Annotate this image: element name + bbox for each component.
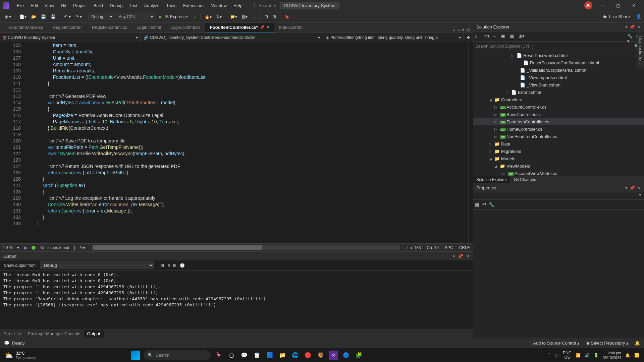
battery-icon[interactable]: 🔋 xyxy=(594,353,599,358)
se-back-icon[interactable]: ← xyxy=(492,34,498,40)
taskbar-explorer[interactable]: 📁 xyxy=(278,351,287,360)
tree-item[interactable]: ▷C#AccountController.cs xyxy=(473,103,644,111)
line-ending[interactable]: CRLF xyxy=(459,245,470,250)
save-all-button[interactable]: 💾 xyxy=(49,13,58,20)
nav-project[interactable]: ▧CDSWD Inventory System▾ xyxy=(0,33,141,42)
issues-label[interactable]: No issues found xyxy=(40,245,69,250)
se-dropdown-icon[interactable]: ▾ xyxy=(625,24,628,29)
prop-close-icon[interactable]: ✕ xyxy=(637,185,641,190)
menu-edit[interactable]: Edit xyxy=(27,3,41,8)
tray-chevron-icon[interactable]: ˄ xyxy=(549,353,551,358)
caret-line[interactable]: Ln: 133 xyxy=(408,245,421,250)
tag-button[interactable]: … xyxy=(250,13,258,20)
notification-center-icon[interactable]: 🔔 xyxy=(625,353,630,358)
indent-mode[interactable]: SPC xyxy=(445,245,453,250)
zoom-level[interactable]: 90 % xyxy=(3,245,12,250)
se-pin-icon[interactable]: 📌 xyxy=(630,24,635,29)
chat-icon[interactable]: 💬 xyxy=(4,341,9,346)
output-timestamp-button[interactable]: 🕐 xyxy=(180,263,185,268)
hot-reload-button[interactable]: 🔥▾ xyxy=(203,13,214,20)
se-view-icon[interactable]: ⊞▾ xyxy=(519,34,525,40)
se-collapse-icon[interactable]: ▣ xyxy=(501,34,507,40)
bottom-tab-package-manager-console[interactable]: Package Manager Console xyxy=(24,330,84,338)
output-filter-button[interactable]: ⊞ xyxy=(173,263,176,268)
se-sync-icon[interactable]: ⟲▾ xyxy=(484,34,490,40)
tab-overflow-button[interactable]: « xyxy=(453,27,455,33)
bookmark-button[interactable]: 🔖 xyxy=(282,13,291,20)
tree-item[interactable]: ◢📁Models xyxy=(473,155,644,162)
menu-window[interactable]: Window xyxy=(208,3,230,8)
minimize-button[interactable]: ─ xyxy=(595,0,610,11)
close-button[interactable]: ✕ xyxy=(626,0,641,11)
se-tab-git-changes[interactable]: Git Changes xyxy=(510,176,539,183)
menu-file[interactable]: File xyxy=(13,3,27,8)
nav-back-button[interactable]: ◉ ▾ xyxy=(3,13,13,20)
prop-pages-icon[interactable]: 🔧 xyxy=(489,202,494,207)
solution-name[interactable]: CDSWD Inventory System xyxy=(280,2,339,9)
bottom-tab-error-list[interactable]: Error List xyxy=(0,330,24,338)
taskbar-app-4[interactable]: 📋 xyxy=(252,351,262,360)
clock[interactable]: 2:08 pm03/13/2024 xyxy=(603,351,621,360)
taskbar-app-5[interactable]: 🟦 xyxy=(265,351,274,360)
se-close-icon[interactable]: ✕ xyxy=(637,24,641,29)
tab-menu-button[interactable]: ▾ xyxy=(462,27,464,33)
doc-tab[interactable]: FoodItemModel.cs xyxy=(3,23,48,33)
se-properties-icon[interactable]: 🔧▾ xyxy=(627,34,633,40)
menu-build[interactable]: Build xyxy=(90,3,106,8)
menu-analyze[interactable]: Analyze xyxy=(141,3,163,8)
redo-button[interactable]: ↷ ▾ xyxy=(73,13,84,20)
weather-widget[interactable]: ⛅ 32°C Partly sunny xyxy=(5,351,36,360)
open-button[interactable]: 📂 xyxy=(29,13,38,20)
tab-scroll-button[interactable]: » xyxy=(458,27,460,33)
se-tab-solution-explorer[interactable]: Solution Explorer xyxy=(473,176,510,183)
notifications-icon[interactable]: 🔔 xyxy=(635,341,640,346)
se-search[interactable]: Search Solution Explorer (Ctrl+;) 🔍▾ xyxy=(473,42,644,51)
config-dropdown[interactable]: Debug▾ xyxy=(88,13,115,20)
output-source-dropdown[interactable]: Debug xyxy=(40,261,154,269)
maximize-button[interactable]: ▢ xyxy=(610,0,626,11)
undo-button[interactable]: ↶ ▾ xyxy=(62,13,72,20)
hscroll-track[interactable] xyxy=(93,245,400,250)
nav-split-button[interactable]: ✚ xyxy=(464,33,473,42)
doc-tab[interactable]: Index.cshtml xyxy=(274,23,308,33)
menu-view[interactable]: View xyxy=(41,3,57,8)
live-share-button[interactable]: Live Share 👤 xyxy=(602,14,641,19)
taskbar-app-x[interactable]: 🧩 xyxy=(354,351,364,360)
output-text[interactable]: The thread 0x4 has exited with code 0 (0… xyxy=(0,270,473,329)
tree-item[interactable]: ▷C#FoodItemController.cs xyxy=(473,118,644,125)
solution-tree[interactable]: ▷📄ResetPassword.cshtml📄ResetPasswordConf… xyxy=(473,51,644,176)
doc-tab[interactable]: Register.cshtml.cs xyxy=(87,23,132,33)
panel-close-icon[interactable]: ✕ xyxy=(466,254,470,259)
tree-item[interactable]: ▷📁Data xyxy=(473,140,644,147)
panel-dropdown-icon[interactable]: ▾ xyxy=(453,254,455,259)
run-noattach-button[interactable]: ▷ xyxy=(191,14,198,19)
clear-output-button[interactable]: ⊟ xyxy=(161,263,164,268)
doc-tab[interactable]: FoodItemController.cs*📌✕ xyxy=(205,23,274,33)
menu-extensions[interactable]: Extensions xyxy=(180,3,208,8)
user-avatar[interactable]: JN xyxy=(584,1,592,9)
taskbar-search[interactable]: 🔍 Search xyxy=(144,350,211,360)
new-item-button[interactable]: 📄▾ xyxy=(17,13,29,20)
prop-dropdown-icon[interactable]: ▾ xyxy=(625,185,628,190)
tree-item[interactable]: ▷📄Error.cshtml xyxy=(473,88,644,96)
taskbar-brave[interactable]: 🦁 xyxy=(316,351,325,360)
menu-project[interactable]: Project xyxy=(70,3,90,8)
taskbar-edge[interactable]: 🌐 xyxy=(290,351,300,360)
tray-extra-icon[interactable]: 🟨 xyxy=(634,353,639,358)
select-repo[interactable]: ▣ Select Repository ▴ xyxy=(586,341,629,346)
tree-item[interactable]: 📄ResetPasswordConfirmation.cshtml xyxy=(473,59,644,66)
se-home-icon[interactable]: ⌂ xyxy=(475,34,481,40)
tray-security-icon[interactable]: 🛡 xyxy=(555,353,559,358)
add-source-control[interactable]: ↑ Add to Source Control ▴ xyxy=(530,341,580,346)
save-button[interactable]: 💾 xyxy=(39,13,48,20)
panel-pin-icon[interactable]: 📌 xyxy=(458,254,463,259)
taskbar-app-3[interactable]: 💬 xyxy=(239,351,249,360)
doc-tab[interactable]: Login.cshtml.cs xyxy=(166,23,205,33)
browse-button[interactable]: 📁▾ xyxy=(228,13,239,20)
tree-item[interactable]: ▷C#HomeController.cs xyxy=(473,125,644,133)
code-editor[interactable]: 1051061071081091101111121131141151161171… xyxy=(0,42,473,243)
toggle-wrap-button[interactable]: ≡ xyxy=(167,263,170,268)
layout-button[interactable]: ▦▾ xyxy=(240,13,250,20)
tree-item[interactable]: ▷C#NonFoodItemController.cs xyxy=(473,133,644,140)
menu-debug[interactable]: Debug xyxy=(106,3,126,8)
